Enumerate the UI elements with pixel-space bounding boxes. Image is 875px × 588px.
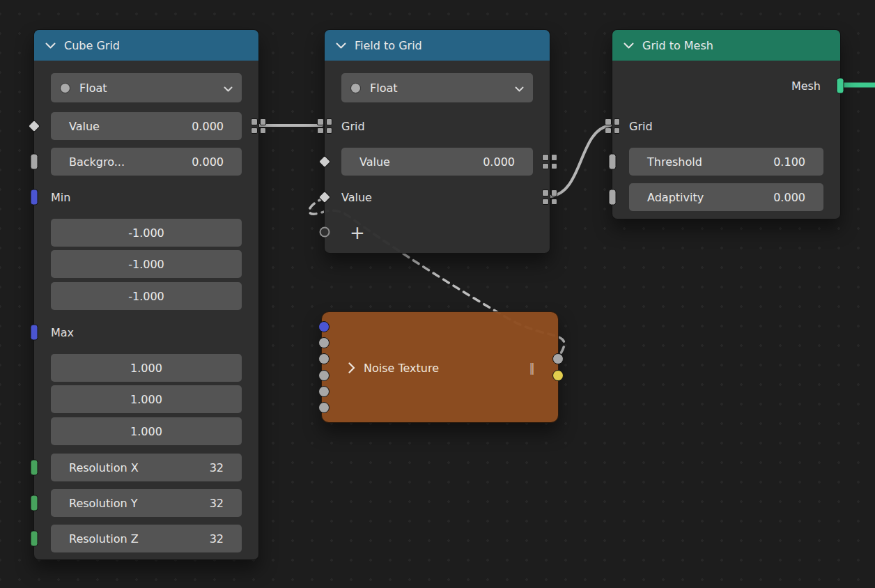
- dropdown-value: Float: [370, 82, 398, 95]
- field-value: 32: [210, 497, 224, 510]
- grid-input-socket[interactable]: [605, 118, 620, 134]
- field-value: -1.000: [128, 290, 164, 303]
- chevron-down-icon: [515, 82, 524, 95]
- node-title: Grid to Mesh: [642, 39, 713, 52]
- value-field[interactable]: Value 0.000: [341, 148, 533, 176]
- field-label: Resolution Y: [69, 497, 137, 510]
- field-value: 0.000: [483, 155, 515, 169]
- input-socket-2[interactable]: [318, 337, 330, 348]
- wire-fieldtogrid-to-gridtomesh[interactable]: [550, 125, 610, 196]
- chevron-down-icon: [224, 82, 233, 95]
- min-x-field[interactable]: -1.000: [51, 219, 242, 247]
- value-field[interactable]: Value 0.000: [51, 112, 242, 140]
- hidden-sockets-icon: ∥: [529, 361, 536, 375]
- max-x-field[interactable]: 1.000: [51, 354, 242, 382]
- field-to-grid-header[interactable]: Field to Grid: [325, 30, 550, 61]
- node-cube-grid[interactable]: Cube Grid Float Value 0.000 Backgro... 0…: [33, 29, 259, 560]
- min-z-field[interactable]: -1.000: [51, 282, 242, 310]
- dropdown-value: Float: [79, 82, 107, 95]
- grid-label: Grid: [629, 112, 653, 140]
- resolution-z-field[interactable]: Resolution Z 32: [51, 525, 242, 552]
- adaptivity-input-socket[interactable]: [609, 189, 617, 206]
- node-noise-texture[interactable]: Noise Texture ∥: [321, 311, 559, 423]
- grid-input-socket[interactable]: [317, 118, 332, 134]
- resolution-x-input-socket[interactable]: [31, 460, 38, 476]
- node-grid-to-mesh[interactable]: Grid to Mesh Mesh Grid Threshold 0.100 A…: [612, 29, 841, 219]
- expand-chevron-icon[interactable]: [348, 362, 355, 373]
- min-y-field[interactable]: -1.000: [51, 250, 242, 278]
- float-type-icon: [350, 83, 361, 93]
- min-input-socket[interactable]: [31, 189, 38, 206]
- resolution-x-field[interactable]: Resolution X 32: [51, 454, 242, 481]
- field-value: 0.000: [773, 191, 805, 204]
- resolution-y-field[interactable]: Resolution Y 32: [51, 489, 242, 517]
- field-value: 1.000: [130, 393, 162, 406]
- field-value: 1.000: [130, 425, 162, 438]
- threshold-field[interactable]: Threshold 0.100: [629, 148, 823, 176]
- float-type-icon: [60, 83, 70, 93]
- vector-input-socket[interactable]: [318, 321, 330, 332]
- node-title: Cube Grid: [64, 39, 120, 52]
- max-y-field[interactable]: 1.000: [51, 385, 242, 413]
- extend-input-socket[interactable]: [320, 227, 330, 238]
- field-value: 1.000: [130, 362, 162, 375]
- grid-output-socket[interactable]: [542, 154, 557, 169]
- min-label: Min: [51, 183, 70, 211]
- field-label: Backgro...: [69, 155, 125, 169]
- collapse-chevron-icon[interactable]: [45, 42, 56, 49]
- fac-output-socket[interactable]: [552, 353, 564, 364]
- mesh-output-socket[interactable]: [837, 78, 844, 94]
- background-input-socket[interactable]: [31, 154, 38, 170]
- mesh-output-label: Mesh: [791, 72, 821, 100]
- node-title: Noise Texture: [364, 362, 439, 375]
- adaptivity-field[interactable]: Adaptivity 0.000: [629, 183, 823, 211]
- grid-output-socket[interactable]: [251, 118, 266, 134]
- max-input-socket[interactable]: [31, 325, 38, 341]
- input-socket-4[interactable]: [318, 370, 330, 381]
- data-type-dropdown[interactable]: Float: [51, 73, 242, 102]
- field-label: Value: [69, 120, 100, 133]
- value-label: Value: [341, 183, 372, 211]
- field-label: Adaptivity: [647, 191, 704, 204]
- data-type-dropdown[interactable]: Float: [341, 73, 533, 102]
- threshold-input-socket[interactable]: [609, 154, 617, 170]
- field-value: 0.000: [192, 120, 224, 133]
- field-value: -1.000: [128, 258, 164, 271]
- field-value: 0.100: [773, 155, 805, 169]
- color-output-socket[interactable]: [552, 370, 564, 381]
- field-value: 0.000: [192, 155, 224, 169]
- resolution-y-input-socket[interactable]: [31, 495, 38, 511]
- field-label: Resolution Z: [69, 532, 139, 546]
- max-label: Max: [51, 318, 74, 346]
- grid-to-mesh-header[interactable]: Grid to Mesh: [612, 30, 840, 61]
- background-field[interactable]: Backgro... 0.000: [51, 148, 242, 176]
- max-z-field[interactable]: 1.000: [51, 417, 242, 445]
- field-label: Threshold: [647, 155, 702, 169]
- collapse-chevron-icon[interactable]: [624, 42, 634, 49]
- input-socket-3[interactable]: [318, 353, 330, 364]
- value-grid-output-socket[interactable]: [542, 189, 557, 205]
- resolution-z-input-socket[interactable]: [31, 531, 38, 547]
- field-value: 32: [210, 532, 224, 546]
- node-editor-canvas[interactable]: Cube Grid Float Value 0.000 Backgro... 0…: [0, 0, 875, 588]
- field-label: Value: [359, 155, 390, 169]
- input-socket-5[interactable]: [318, 386, 330, 397]
- node-field-to-grid[interactable]: Field to Grid Float Grid Value 0.000 Val…: [324, 29, 550, 254]
- field-label: Resolution X: [69, 461, 139, 474]
- field-value: 32: [210, 461, 224, 474]
- input-socket-6[interactable]: [318, 402, 330, 413]
- cube-grid-header[interactable]: Cube Grid: [34, 30, 258, 61]
- plus-icon[interactable]: +: [350, 219, 365, 247]
- grid-label: Grid: [341, 112, 365, 140]
- field-value: -1.000: [128, 226, 164, 240]
- collapse-chevron-icon[interactable]: [336, 42, 346, 49]
- node-title: Field to Grid: [355, 39, 422, 52]
